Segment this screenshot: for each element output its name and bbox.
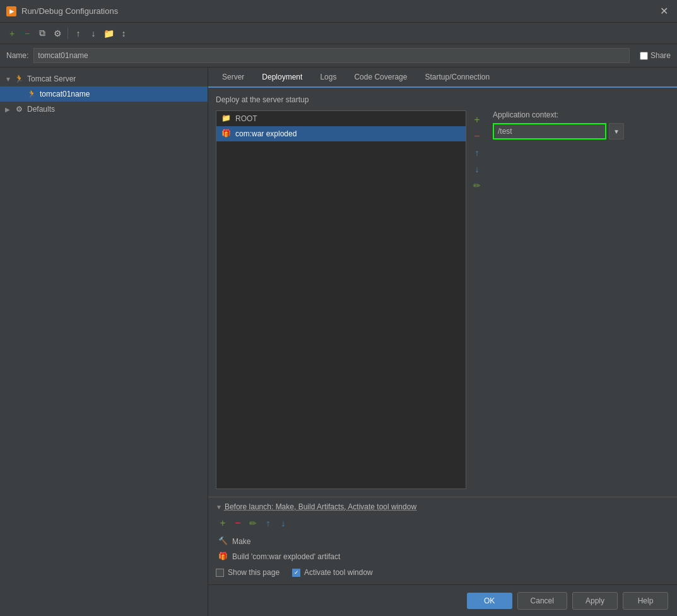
sidebar: ▼ 🏃 Tomcat Server 🏃 tomcat01name ▶ ⚙ Def… [0, 68, 208, 616]
deploy-item-label-root: ROOT [235, 114, 257, 123]
activate-tool-checkbox-item[interactable]: Activate tool window [292, 568, 373, 577]
root-folder-icon: 📁 [221, 114, 232, 124]
deploy-down-button[interactable]: ↓ [470, 162, 484, 176]
tab-server[interactable]: Server [213, 68, 253, 88]
bl-item-build-artifact: 🎁 Build 'com:war exploded' artifact [216, 550, 669, 563]
ok-button[interactable]: OK [467, 593, 512, 609]
main-toolbar: + − ⧉ ⚙ ↑ ↓ 📁 ↕ [0, 23, 677, 44]
deploy-area: 📁 ROOT 🎁 com:war exploded + − ↑ [216, 110, 669, 489]
cancel-button[interactable]: Cancel [517, 592, 567, 610]
app-context-area: Application context: ▼ [493, 110, 669, 489]
sidebar-item-tomcat01name[interactable]: 🏃 tomcat01name [0, 86, 208, 102]
bl-down-button[interactable]: ↓ [276, 516, 290, 530]
tomcat01-icon: 🏃 [26, 89, 37, 99]
deploy-add-button[interactable]: + [470, 113, 484, 127]
sidebar-item-label-tomcat01name: tomcat01name [40, 90, 90, 98]
before-launch-toolbar: + − ✏ ↑ ↓ [216, 516, 669, 530]
app-icon: ▶ [6, 6, 16, 16]
deploy-edit-button[interactable]: ✏ [470, 179, 484, 192]
artifact-icon: 🎁 [218, 552, 228, 562]
before-launch-section: ▼ Before launch: Make, Build Artifacts, … [208, 497, 677, 584]
name-row: Name: Share [0, 44, 677, 68]
tab-logs[interactable]: Logs [311, 68, 345, 88]
bl-add-button[interactable]: + [216, 516, 230, 530]
bl-up-button[interactable]: ↑ [261, 516, 275, 530]
before-launch-arrow: ▼ [216, 504, 222, 511]
deploy-section-label: Deploy at the server startup [216, 95, 669, 104]
show-page-checkbox-item[interactable]: Show this page [216, 568, 280, 577]
tab-code-coverage[interactable]: Code Coverage [345, 68, 416, 88]
main-content: ▼ 🏃 Tomcat Server 🏃 tomcat01name ▶ ⚙ Def… [0, 68, 677, 616]
deploy-item-label-war: com:war exploded [235, 129, 297, 138]
move-down-button[interactable]: ↓ [86, 27, 100, 40]
sidebar-item-label-defaults: Defaults [27, 105, 55, 114]
share-area: Share [640, 51, 671, 60]
tree-arrow: ▼ [5, 76, 14, 83]
bl-remove-button[interactable]: − [231, 516, 245, 530]
app-context-dropdown-button[interactable]: ▼ [609, 123, 624, 139]
deploy-list: 📁 ROOT 🎁 com:war exploded [216, 111, 466, 489]
make-icon: 🔨 [218, 536, 228, 547]
footer: OK Cancel Apply Help [208, 584, 677, 616]
copy-config-button[interactable]: ⧉ [35, 27, 49, 40]
tabs-bar: Server Deployment Logs Code Coverage Sta… [208, 68, 677, 88]
help-button[interactable]: Help [623, 592, 668, 610]
deploy-item-war[interactable]: 🎁 com:war exploded [216, 126, 466, 141]
before-launch-title: Before launch: Make, Build Artifacts, Ac… [225, 502, 416, 511]
deploy-remove-button[interactable]: − [470, 129, 484, 143]
bl-item-make-label: Make [232, 537, 250, 546]
defaults-arrow: ▶ [5, 106, 14, 113]
tab-deployment[interactable]: Deployment [253, 68, 311, 88]
before-launch-header[interactable]: ▼ Before launch: Make, Build Artifacts, … [216, 502, 669, 511]
activate-tool-label: Activate tool window [304, 568, 373, 577]
close-button[interactable]: ✕ [657, 4, 671, 18]
sidebar-item-tomcat-server[interactable]: ▼ 🏃 Tomcat Server [0, 71, 208, 86]
title-bar: ▶ Run/Debug Configurations ✕ [0, 0, 677, 23]
defaults-icon: ⚙ [14, 104, 24, 114]
deploy-up-button[interactable]: ↑ [470, 146, 484, 160]
tab-startup-connection[interactable]: Startup/Connection [416, 68, 498, 88]
bl-item-make: 🔨 Make [216, 535, 669, 548]
sidebar-item-defaults[interactable]: ▶ ⚙ Defaults [0, 102, 208, 117]
apply-button[interactable]: Apply [572, 592, 618, 610]
name-input[interactable] [33, 48, 630, 63]
folder-button[interactable]: 📁 [102, 27, 115, 40]
remove-config-button[interactable]: − [20, 27, 34, 40]
bl-edit-button[interactable]: ✏ [246, 516, 260, 530]
checkboxes-row: Show this page Activate tool window [216, 568, 669, 577]
deployment-panel: Deploy at the server startup 📁 ROOT 🎁 c [208, 88, 677, 497]
move-up-button[interactable]: ↑ [71, 27, 85, 40]
name-label: Name: [6, 51, 28, 60]
app-context-label: Application context: [493, 110, 669, 119]
activate-tool-checkbox[interactable] [292, 569, 300, 577]
share-checkbox[interactable] [640, 52, 648, 60]
show-page-label: Show this page [228, 568, 280, 577]
deploy-item-root[interactable]: 📁 ROOT [216, 111, 466, 126]
deploy-list-buttons: + − ↑ ↓ ✏ [469, 110, 485, 489]
show-page-checkbox[interactable] [216, 569, 224, 577]
before-launch-items: 🔨 Make 🎁 Build 'com:war exploded' artifa… [216, 535, 669, 563]
deploy-list-container: 📁 ROOT 🎁 com:war exploded [216, 110, 466, 489]
right-panel: Server Deployment Logs Code Coverage Sta… [208, 68, 677, 616]
war-icon: 🎁 [221, 129, 232, 139]
add-config-button[interactable]: + [5, 27, 19, 40]
sort-button[interactable]: ↕ [117, 27, 131, 40]
toolbar-separator [68, 28, 68, 39]
dialog-title: Run/Debug Configurations [21, 6, 657, 16]
gear-config-button[interactable]: ⚙ [50, 27, 64, 40]
app-context-input[interactable] [493, 123, 606, 139]
app-context-input-row: ▼ [493, 123, 669, 139]
sidebar-item-label: Tomcat Server [27, 74, 76, 83]
tomcat-icon: 🏃 [14, 74, 24, 84]
share-label: Share [651, 51, 671, 60]
bl-item-artifact-label: Build 'com:war exploded' artifact [232, 552, 340, 561]
